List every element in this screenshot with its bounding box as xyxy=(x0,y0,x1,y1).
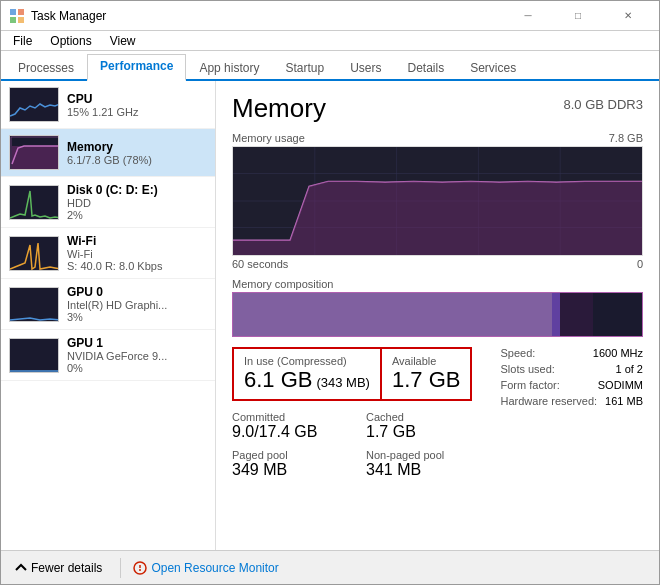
time-start: 60 seconds xyxy=(232,258,288,270)
detail-panel: Memory 8.0 GB DDR3 Memory usage 7.8 GB xyxy=(216,81,659,550)
chart-label: Memory usage xyxy=(232,132,305,144)
gpu1-mini-chart xyxy=(9,338,59,373)
speed-value: 1600 MHz xyxy=(593,347,643,359)
comp-standby xyxy=(560,293,593,336)
menu-view[interactable]: View xyxy=(102,32,144,50)
menu-bar: File Options View xyxy=(1,31,659,51)
wifi-title: Wi-Fi xyxy=(67,234,207,248)
minimize-button[interactable]: ─ xyxy=(505,1,551,31)
available-value: 1.7 GB xyxy=(392,367,460,393)
memory-subtitle: 6.1/7.8 GB (78%) xyxy=(67,154,207,166)
wifi-speed: S: 40.0 R: 8.0 Kbps xyxy=(67,260,207,272)
maximize-button[interactable]: □ xyxy=(555,1,601,31)
bottom-bar: Fewer details Open Resource Monitor xyxy=(1,550,659,584)
wifi-subtitle: Wi-Fi xyxy=(67,248,207,260)
fewer-details-button[interactable]: Fewer details xyxy=(9,557,108,579)
tab-services[interactable]: Services xyxy=(457,56,529,81)
disk-usage: 2% xyxy=(67,209,207,221)
menu-options[interactable]: Options xyxy=(42,32,99,50)
detail-title: Memory xyxy=(232,93,326,124)
open-resource-monitor-button[interactable]: Open Resource Monitor xyxy=(133,561,278,575)
tab-startup[interactable]: Startup xyxy=(272,56,337,81)
slots-value: 1 of 2 xyxy=(615,363,643,375)
sidebar-item-wifi[interactable]: Wi-Fi Wi-Fi S: 40.0 R: 8.0 Kbps xyxy=(1,228,215,279)
close-button[interactable]: ✕ xyxy=(605,1,651,31)
chevron-up-icon xyxy=(15,562,27,574)
wifi-sidebar-info: Wi-Fi Wi-Fi S: 40.0 R: 8.0 Kbps xyxy=(67,234,207,272)
hw-reserved-label: Hardware reserved: xyxy=(500,395,597,407)
gpu1-title: GPU 1 xyxy=(67,336,207,350)
sidebar-item-cpu[interactable]: CPU 15% 1.21 GHz xyxy=(1,81,215,129)
gpu1-usage: 0% xyxy=(67,362,207,374)
title-bar-left: Task Manager xyxy=(9,8,106,24)
memory-title: Memory xyxy=(67,140,207,154)
tab-bar: Processes Performance App history Startu… xyxy=(1,51,659,81)
cpu-mini-chart xyxy=(9,87,59,122)
disk-mini-chart xyxy=(9,185,59,220)
paged-pool-stat: Paged pool 349 MB xyxy=(232,449,358,479)
paged-pool-value: 349 MB xyxy=(232,461,358,479)
hw-reserved-value: 161 MB xyxy=(605,395,643,407)
disk-subtitle: HDD xyxy=(67,197,207,209)
lower-stats: Committed 9.0/17.4 GB Cached 1.7 GB Page… xyxy=(232,411,492,479)
sidebar-item-gpu0[interactable]: GPU 0 Intel(R) HD Graphi... 3% xyxy=(1,279,215,330)
tab-details[interactable]: Details xyxy=(394,56,457,81)
tab-app-history[interactable]: App history xyxy=(186,56,272,81)
main-content: CPU 15% 1.21 GHz Memory 6.1/7.8 GB (78 xyxy=(1,81,659,550)
slots-label: Slots used: xyxy=(500,363,554,375)
svg-rect-1 xyxy=(18,9,24,15)
svg-rect-0 xyxy=(10,9,16,15)
cpu-subtitle: 15% 1.21 GHz xyxy=(67,106,207,118)
in-use-label: In use (Compressed) xyxy=(244,355,370,367)
gpu0-sidebar-info: GPU 0 Intel(R) HD Graphi... 3% xyxy=(67,285,207,323)
highlighted-stats: In use (Compressed) 6.1 GB (343 MB) Avai… xyxy=(232,347,472,401)
comp-modified xyxy=(552,293,560,336)
cached-label: Cached xyxy=(366,411,492,423)
in-use-value: 6.1 GB xyxy=(244,367,312,393)
gpu0-title: GPU 0 xyxy=(67,285,207,299)
fewer-details-label: Fewer details xyxy=(31,561,102,575)
tab-processes[interactable]: Processes xyxy=(5,56,87,81)
committed-label: Committed xyxy=(232,411,358,423)
app-icon xyxy=(9,8,25,24)
tab-users[interactable]: Users xyxy=(337,56,394,81)
disk-sidebar-info: Disk 0 (C: D: E:) HDD 2% xyxy=(67,183,207,221)
composition-label: Memory composition xyxy=(232,278,643,290)
stats-container: In use (Compressed) 6.1 GB (343 MB) Avai… xyxy=(232,347,643,401)
available-box: Available 1.7 GB xyxy=(382,347,472,401)
in-use-compressed: (343 MB) xyxy=(316,375,369,390)
chart-time-row: 60 seconds 0 xyxy=(232,258,643,270)
tab-performance[interactable]: Performance xyxy=(87,54,186,81)
gpu0-mini-chart xyxy=(9,287,59,322)
sidebar-item-gpu1[interactable]: GPU 1 NVIDIA GeForce 9... 0% xyxy=(1,330,215,381)
sidebar-item-disk[interactable]: Disk 0 (C: D: E:) HDD 2% xyxy=(1,177,215,228)
svg-rect-3 xyxy=(18,17,24,23)
non-paged-pool-stat: Non-paged pool 341 MB xyxy=(366,449,492,479)
comp-in-use xyxy=(233,293,552,336)
composition-section: Memory composition xyxy=(232,278,643,337)
memory-sidebar-info: Memory 6.1/7.8 GB (78%) xyxy=(67,140,207,166)
svg-rect-7 xyxy=(12,146,58,169)
form-row: Form factor: SODIMM xyxy=(500,379,643,391)
wifi-mini-chart xyxy=(9,236,59,271)
bottom-divider xyxy=(120,558,121,578)
sidebar-item-memory[interactable]: Memory 6.1/7.8 GB (78%) xyxy=(1,129,215,177)
cached-stat: Cached 1.7 GB xyxy=(366,411,492,441)
chart-label-row: Memory usage 7.8 GB xyxy=(232,132,643,144)
composition-bar xyxy=(232,292,643,337)
svg-rect-2 xyxy=(10,17,16,23)
title-bar: Task Manager ─ □ ✕ xyxy=(1,1,659,31)
menu-file[interactable]: File xyxy=(5,32,40,50)
right-stats-panel: Speed: 1600 MHz Slots used: 1 of 2 Form … xyxy=(500,347,643,411)
gpu1-subtitle: NVIDIA GeForce 9... xyxy=(67,350,207,362)
committed-value: 9.0/17.4 GB xyxy=(232,423,358,441)
available-label: Available xyxy=(392,355,460,367)
paged-pool-label: Paged pool xyxy=(232,449,358,461)
speed-row: Speed: 1600 MHz xyxy=(500,347,643,359)
detail-header: Memory 8.0 GB DDR3 xyxy=(232,93,643,124)
memory-usage-chart xyxy=(232,146,643,256)
gpu0-subtitle: Intel(R) HD Graphi... xyxy=(67,299,207,311)
gpu1-sidebar-info: GPU 1 NVIDIA GeForce 9... 0% xyxy=(67,336,207,374)
in-use-box: In use (Compressed) 6.1 GB (343 MB) xyxy=(232,347,382,401)
committed-stat: Committed 9.0/17.4 GB xyxy=(232,411,358,441)
